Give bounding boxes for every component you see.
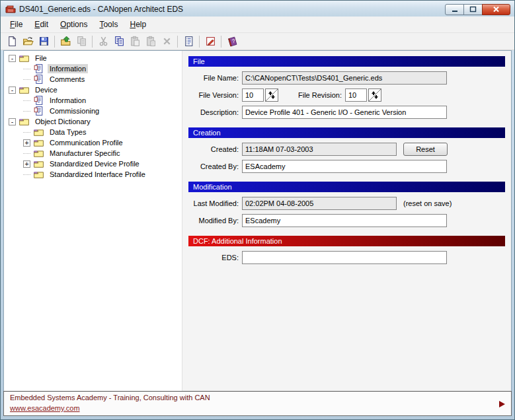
minimize-icon — [452, 7, 458, 13]
document-icon — [33, 75, 44, 84]
modified-by-field[interactable] — [242, 214, 447, 227]
collapse-icon[interactable]: - — [9, 87, 16, 94]
created-by-field[interactable] — [242, 160, 447, 173]
navigation-tree: - File Information Comments - — [4, 51, 182, 391]
file-version-field[interactable] — [242, 88, 264, 102]
toolbar-separator — [199, 36, 200, 48]
toolbar: ? — [1, 33, 514, 50]
edit-button[interactable] — [202, 34, 218, 49]
description-row: Description: — [188, 106, 505, 119]
app-window: DS401_Generic.eds - CANopen Architect ED… — [0, 0, 515, 420]
maximize-button[interactable] — [463, 4, 483, 15]
file-revision-label: File Revision: — [288, 91, 342, 99]
edit-icon — [205, 36, 216, 47]
tree-connector — [23, 174, 30, 175]
copy-button[interactable] — [111, 34, 127, 49]
menu-file[interactable]: File — [4, 18, 28, 31]
tree-connector — [23, 132, 30, 133]
tree-item-label: Data Types — [48, 127, 88, 137]
open-file-icon — [22, 36, 34, 47]
tree-item-standardized-device-profile[interactable]: + Standardized Device Profile — [4, 158, 182, 169]
tree-item-data-types[interactable]: Data Types — [4, 127, 182, 137]
menu-options[interactable]: Options — [54, 18, 93, 31]
window-title: DS401_Generic.eds - CANopen Architect ED… — [19, 5, 446, 14]
created-label: Created: — [188, 145, 239, 153]
help-book-icon: ? — [227, 36, 238, 47]
menu-bar: File Edit Options Tools Help — [1, 17, 514, 33]
menu-help[interactable]: Help — [124, 18, 152, 31]
tree-item-file-information[interactable]: Information — [4, 63, 182, 74]
tree-item-standardized-interface-profile[interactable]: Standardized Interface Profile — [4, 169, 182, 180]
report-button[interactable] — [180, 34, 196, 49]
import-eds-button[interactable] — [58, 34, 73, 49]
import-eds-icon — [60, 36, 71, 47]
tree-item-label: File — [33, 53, 49, 63]
menu-edit[interactable]: Edit — [28, 18, 54, 31]
created-row: Created: Reset — [188, 143, 505, 156]
file-revision-spinner[interactable] — [368, 88, 381, 102]
tree-item-manufacturer-specific[interactable]: Manufacturer Specific — [4, 148, 182, 158]
cut-button — [95, 34, 111, 49]
reset-on-save-note: (reset on save) — [403, 199, 452, 207]
tree-item-object-dictionary[interactable]: - Object Dictionary — [4, 116, 182, 127]
tree-item-label: Manufacturer Specific — [48, 149, 122, 158]
file-version-spinner[interactable] — [265, 88, 278, 102]
new-file-button[interactable] — [4, 34, 20, 49]
collapse-icon[interactable]: - — [9, 55, 16, 62]
description-field[interactable] — [242, 106, 447, 119]
document-icon — [33, 106, 44, 116]
minimize-button[interactable] — [445, 4, 464, 15]
toolbar-separator — [221, 36, 221, 48]
tree-item-communication-profile[interactable]: + Communication Profile — [4, 137, 182, 148]
save-file-button[interactable] — [36, 34, 52, 49]
collapse-icon[interactable]: - — [9, 118, 16, 125]
file-version-label: File Version: — [188, 91, 239, 99]
close-button[interactable] — [482, 4, 510, 15]
footer-tagline: Embedded Systems Academy - Training, Con… — [10, 394, 505, 402]
tree-item-device-commissioning[interactable]: Commissioning — [4, 106, 182, 116]
eds-field[interactable] — [242, 251, 447, 264]
folder-icon — [33, 127, 44, 137]
marquee-arrow-icon — [499, 401, 505, 407]
footer-banner: Embedded Systems Academy - Training, Con… — [3, 391, 512, 416]
tree-item-file[interactable]: - File — [4, 53, 182, 63]
created-by-row: Created By: — [188, 160, 505, 173]
open-file-button[interactable] — [20, 34, 36, 49]
footer-website-link[interactable]: www.esacademy.com — [10, 404, 80, 412]
folder-icon — [33, 159, 44, 168]
expand-icon[interactable]: + — [23, 160, 30, 168]
folder-icon — [33, 170, 44, 179]
file-revision-field[interactable] — [345, 88, 367, 102]
close-icon — [493, 6, 500, 13]
help-button[interactable]: ? — [224, 34, 240, 49]
folder-icon — [19, 85, 30, 94]
section-header-modification: Modification — [188, 182, 505, 192]
tree-item-device[interactable]: - Device — [4, 85, 182, 95]
file-version-row: File Version: File Revision: — [188, 88, 505, 102]
cut-icon — [98, 36, 109, 47]
reset-button[interactable]: Reset — [403, 143, 448, 156]
file-name-field[interactable] — [242, 71, 447, 85]
eds-label: EDS: — [188, 254, 239, 262]
section-header-dcf: DCF: Additional Information — [188, 236, 505, 246]
menu-tools[interactable]: Tools — [93, 18, 124, 31]
new-file-icon — [7, 36, 18, 47]
title-bar: DS401_Generic.eds - CANopen Architect ED… — [1, 1, 514, 17]
section-header-creation: Creation — [188, 127, 505, 138]
duplicate-button — [73, 34, 89, 49]
window-frame-bottom — [1, 416, 514, 419]
last-modified-field[interactable] — [242, 197, 397, 210]
tree-item-label: Object Dictionary — [33, 117, 93, 126]
modified-by-row: Modified By: — [188, 214, 505, 227]
created-field[interactable] — [242, 143, 397, 156]
expand-icon[interactable]: + — [23, 139, 30, 147]
tree-item-device-information[interactable]: Information — [4, 95, 182, 106]
tree-connector — [23, 69, 30, 69]
delete-button — [159, 34, 175, 49]
document-icon — [33, 64, 44, 73]
tree-item-label: Standardized Interface Profile — [48, 170, 147, 179]
save-file-icon — [38, 36, 50, 47]
created-by-label: Created By: — [188, 162, 239, 170]
tree-connector — [23, 100, 30, 101]
tree-item-file-comments[interactable]: Comments — [4, 74, 182, 85]
